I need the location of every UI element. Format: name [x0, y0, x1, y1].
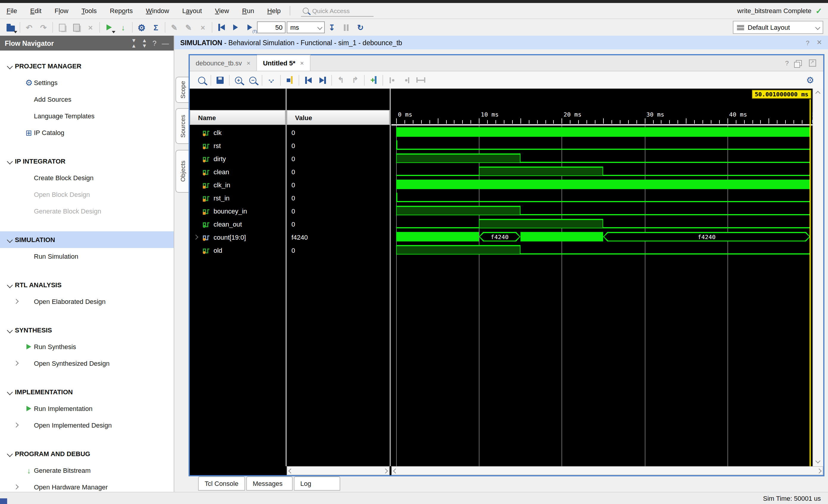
flow-item-run-simulation[interactable]: Run Simulation	[0, 248, 174, 265]
menu-help[interactable]: Help	[261, 7, 287, 14]
close-icon[interactable]: ×	[300, 59, 304, 67]
flow-item-generate-block-design[interactable]: Generate Block Design	[0, 203, 174, 219]
flow-section-rtl-analysis[interactable]: RTL ANALYSIS	[0, 277, 174, 293]
signal-row-clean_out[interactable]: clean_out	[190, 218, 286, 231]
flow-item-add-sources[interactable]: Add Sources	[0, 91, 174, 108]
scroll-right-icon[interactable]	[383, 468, 388, 473]
minimize-icon[interactable]: —	[162, 40, 169, 47]
menu-window[interactable]: Window	[139, 7, 175, 14]
menu-run[interactable]: Run	[236, 7, 260, 14]
signal-row-clk[interactable]: clk	[190, 126, 286, 139]
signal-row-old[interactable]: old	[190, 244, 286, 257]
flow-item-open-elaborated-design[interactable]: Open Elaborated Design	[0, 293, 174, 310]
signal-value-panel[interactable]: 00000000f42400	[287, 89, 389, 466]
scroll-left-icon[interactable]	[393, 468, 398, 473]
quick-access-search[interactable]: Quick Access	[301, 5, 374, 16]
expand-icon[interactable]	[193, 235, 198, 240]
flow-item-open-block-design[interactable]: Open Block Design	[0, 186, 174, 203]
collapse-all-icon[interactable]: ▼▲	[131, 38, 136, 48]
toolbar-button-step-into[interactable]: ↓	[116, 21, 130, 34]
flow-section-project-manager[interactable]: PROJECT MANAGER	[0, 58, 174, 74]
scroll-up-icon[interactable]	[816, 91, 821, 96]
flow-item-open-synthesized-design[interactable]: Open Synthesized Design	[0, 355, 174, 372]
toolbar-button-next-marker[interactable]	[399, 74, 413, 87]
toolbar-button-save-waveform[interactable]	[213, 74, 227, 87]
signal-row-clk_in[interactable]: clk_in	[190, 178, 286, 192]
help-icon[interactable]: ?	[806, 39, 809, 46]
toolbar-button-run[interactable]	[102, 21, 116, 34]
toolbar-button-delete-disabled[interactable]: ×	[196, 21, 210, 34]
scroll-left-icon[interactable]	[289, 468, 294, 473]
waveform-cursor[interactable]	[810, 99, 811, 466]
menu-tools[interactable]: Tools	[75, 7, 103, 14]
bottom-tab-log[interactable]: Log	[294, 476, 340, 491]
maximize-window-icon[interactable]	[809, 59, 816, 67]
value-horizontal-scrollbar[interactable]	[287, 466, 389, 475]
value-column-header[interactable]: Value	[287, 110, 389, 125]
toolbar-button-delete[interactable]: ×	[83, 21, 97, 34]
wave-horizontal-scrollbar[interactable]	[391, 466, 823, 475]
flow-item-open-hardware-manager[interactable]: Open Hardware Manager	[0, 479, 174, 492]
signal-row-count190[interactable]: count[19:0]	[190, 231, 286, 244]
simulation-time-input[interactable]	[257, 22, 286, 33]
flow-item-create-block-design[interactable]: Create Block Design	[0, 169, 174, 186]
toolbar-button-report-sum[interactable]: Σ	[149, 21, 163, 34]
toolbar-button-edit-disabled-a[interactable]: ✎	[167, 21, 181, 34]
toolbar-button-step[interactable]: ↧	[325, 21, 339, 34]
side-tab-sources[interactable]: Sources	[175, 108, 189, 144]
name-column-header[interactable]: Name	[190, 110, 286, 125]
toolbar-button-open-project[interactable]	[4, 21, 18, 34]
flow-item-ip-catalog[interactable]: ⊞IP Catalog	[0, 124, 174, 141]
menu-view[interactable]: View	[208, 7, 236, 14]
layout-selector[interactable]: Default Layout	[733, 21, 823, 34]
flow-item-language-templates[interactable]: Language Templates	[0, 108, 174, 124]
close-icon[interactable]: ×	[247, 59, 250, 67]
float-window-icon[interactable]	[796, 60, 802, 66]
toolbar-button-go-to-cursor[interactable]	[283, 74, 297, 87]
flow-item-open-implemented-design[interactable]: Open Implemented Design	[0, 417, 174, 433]
close-icon[interactable]: ✕	[817, 39, 822, 46]
toolbar-button-break-pause[interactable]	[339, 21, 353, 34]
toolbar-button-undo[interactable]: ↶	[22, 21, 36, 34]
toolbar-button-run-all[interactable]	[229, 21, 243, 34]
help-icon[interactable]: ?	[785, 59, 789, 67]
toolbar-button-edit-disabled-b[interactable]: ✎	[181, 21, 196, 34]
panel-divider[interactable]	[389, 89, 391, 466]
editor-tab-untitled-5-[interactable]: Untitled 5*×	[257, 55, 310, 71]
toolbar-button-next-transition[interactable]	[315, 74, 330, 87]
toolbar-button-copy[interactable]	[55, 21, 69, 34]
time-unit-select[interactable]: ms	[287, 22, 325, 33]
toolbar-button-restart[interactable]	[214, 21, 229, 34]
toolbar-button-add-marker[interactable]: +	[366, 74, 381, 87]
toolbar-button-previous-transition[interactable]	[301, 74, 315, 87]
flow-item-run-implementation[interactable]: Run Implementation	[0, 400, 174, 417]
flow-section-simulation[interactable]: SIMULATION	[0, 231, 174, 248]
toolbar-button-swap-before[interactable]: ↰	[334, 74, 348, 87]
toolbar-button-span-markers[interactable]	[413, 74, 428, 87]
toolbar-button-redo[interactable]: ↷	[36, 21, 50, 34]
toolbar-button-search[interactable]	[195, 74, 209, 87]
toolbar-button-paste[interactable]	[69, 21, 83, 34]
flow-item-settings[interactable]: ⚙Settings	[0, 74, 174, 91]
toolbar-button-previous-marker[interactable]	[385, 74, 399, 87]
flow-section-ip-integrator[interactable]: IP INTEGRATOR	[0, 153, 174, 169]
signal-row-clean[interactable]: clean	[190, 165, 286, 178]
signal-row-bouncey_in[interactable]: bouncey_in	[190, 205, 286, 218]
toolbar-button-zoom-in[interactable]: +	[232, 74, 246, 87]
signal-name-panel[interactable]: clkrstdirtycleanclk_inrst_inbouncey_incl…	[190, 89, 286, 466]
side-tab-scope[interactable]: Scope	[175, 77, 189, 103]
menu-reports[interactable]: Reports	[103, 7, 139, 14]
toolbar-button-zoom-fit[interactable]	[264, 74, 278, 87]
menu-flow[interactable]: Flow	[48, 7, 75, 14]
waveform-settings-button[interactable]: ⚙	[803, 74, 817, 87]
toolbar-button-swap-after[interactable]: ↱	[348, 74, 362, 87]
toolbar-button-relaunch[interactable]: ↻	[353, 21, 368, 34]
vertical-scrollbar[interactable]	[813, 89, 823, 466]
bottom-tab-tcl-console[interactable]: Tcl Console	[198, 476, 245, 491]
bottom-tab-messages[interactable]: Messages	[246, 476, 293, 491]
menu-edit[interactable]: Edit	[24, 7, 48, 14]
editor-tab-debounce-tb-sv[interactable]: debounce_tb.sv×	[190, 55, 257, 71]
flow-section-program-and-debug[interactable]: PROGRAM AND DEBUG	[0, 446, 174, 462]
signal-row-dirty[interactable]: dirty	[190, 152, 286, 165]
help-icon[interactable]: ?	[153, 40, 157, 47]
